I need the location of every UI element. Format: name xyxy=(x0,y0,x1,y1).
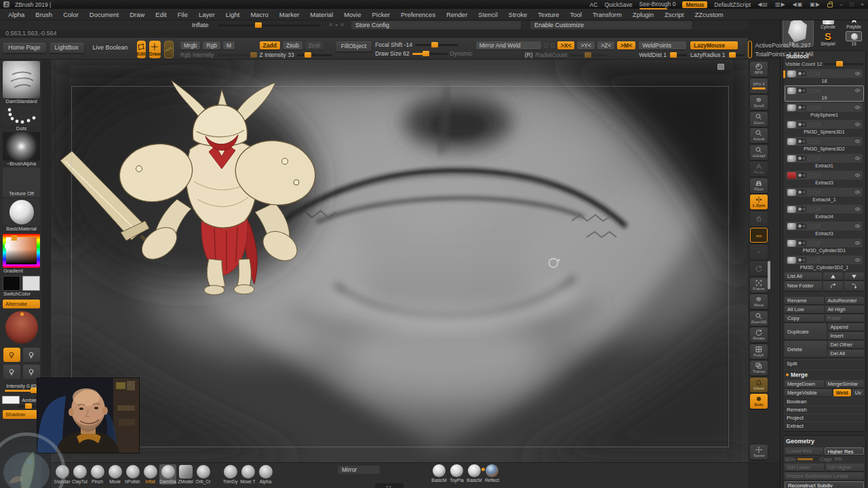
brush-item[interactable]: Inflat xyxy=(142,464,159,485)
radial-label[interactable]: (R) xyxy=(525,52,533,58)
mirror-option-icon[interactable] xyxy=(544,43,548,47)
lower-res-button[interactable]: Lower Res xyxy=(785,447,823,455)
geometry-header[interactable]: Geometry xyxy=(785,437,864,446)
subtool-option-icon[interactable] xyxy=(808,241,812,245)
section-header[interactable]: Boolean xyxy=(785,397,864,405)
move-to-folder-icon[interactable] xyxy=(823,281,843,291)
brush-item[interactable]: Alpha xyxy=(257,464,274,485)
brush-item[interactable]: Orb_Cr xyxy=(195,464,212,485)
move-out-folder-icon[interactable] xyxy=(844,281,864,291)
menu-item[interactable]: Preferences xyxy=(395,11,441,18)
symmetry-x-button[interactable]: >X< xyxy=(557,41,575,49)
y-axis-rotate-button[interactable]: Y xyxy=(750,245,768,260)
visibility-eye-icon[interactable] xyxy=(854,257,861,263)
draw-size-slider[interactable] xyxy=(412,53,448,55)
subtool-option-icon[interactable] xyxy=(813,89,817,93)
subtool-option-icon[interactable] xyxy=(813,258,817,262)
subtool-option-icon[interactable] xyxy=(813,157,817,161)
rotate-button[interactable]: Rotate xyxy=(750,327,768,342)
autoreorder-button[interactable]: AutoReorder xyxy=(825,297,865,304)
ghost-button[interactable]: Ghost xyxy=(750,378,768,392)
menu-item[interactable]: Document xyxy=(84,11,124,18)
subtool-paint-icons[interactable] xyxy=(797,88,806,93)
menu-item[interactable]: Color xyxy=(58,11,84,18)
copy-button[interactable]: Copy xyxy=(785,314,824,322)
zcut-button[interactable]: Zcut xyxy=(305,41,323,49)
visibility-eye-icon[interactable] xyxy=(854,189,861,195)
subtool-item[interactable]: Extract4_1 xyxy=(785,187,864,203)
aahalf-button[interactable]: AAHalf xyxy=(750,145,768,160)
menu-item[interactable]: Zscript xyxy=(659,11,690,18)
xpose-button[interactable]: Xpose xyxy=(750,445,768,460)
symmetry-y-button[interactable]: >Y< xyxy=(577,41,595,49)
visibility-eye-icon[interactable] xyxy=(854,155,861,161)
material-item[interactable]: BasicM xyxy=(466,464,483,483)
subtool-option-icon[interactable] xyxy=(813,241,817,245)
all-high-button[interactable]: All High xyxy=(825,306,865,313)
dynamesh-d-button[interactable]: D xyxy=(748,41,752,58)
subtool-paint-icons[interactable] xyxy=(797,258,806,262)
symmetry-m-button[interactable]: >M< xyxy=(617,41,635,49)
stroke-type-button[interactable] xyxy=(164,41,174,58)
weld-points-button[interactable]: WeldPoints xyxy=(639,41,686,49)
visibility-eye-icon[interactable] xyxy=(854,70,861,77)
subtool-option-icon[interactable] xyxy=(813,207,817,211)
material-item[interactable]: Reflect xyxy=(484,464,500,483)
radial-count-slider[interactable] xyxy=(570,54,608,56)
visibility-eye-icon[interactable] xyxy=(854,121,861,127)
split-section[interactable]: Split xyxy=(785,359,864,367)
secondary-color-swatch[interactable] xyxy=(22,276,40,291)
current-alpha-thumbnail[interactable] xyxy=(3,132,40,161)
subtool-option-icon[interactable] xyxy=(808,258,812,262)
z-intensity-slider[interactable] xyxy=(297,54,332,56)
zoom-button[interactable]: Zoom xyxy=(750,112,768,127)
visibility-eye-icon[interactable] xyxy=(854,223,861,229)
subtool-option-icon[interactable] xyxy=(808,140,812,144)
light-placement-sphere[interactable] xyxy=(5,311,38,344)
tray-collapse-right-icon[interactable]: ▥▶ xyxy=(775,1,786,7)
polyframe-button[interactable]: PolyF xyxy=(750,344,768,359)
merge-down-button[interactable]: MergeDown xyxy=(785,380,824,388)
subtool-paint-icons[interactable] xyxy=(797,190,806,195)
lazy-radius-slider[interactable] xyxy=(728,54,745,56)
current-material-thumbnail[interactable] xyxy=(3,199,40,226)
section-header[interactable]: Project xyxy=(785,413,864,421)
brush-item[interactable]: Pinch xyxy=(89,464,106,485)
menu-item[interactable]: Draw xyxy=(124,11,150,18)
ambient-color-swatch[interactable] xyxy=(2,396,20,404)
quicksave-button[interactable]: QuickSave xyxy=(604,1,632,8)
fill-object-button[interactable]: FillObject xyxy=(336,41,372,52)
restore-button[interactable]: □ xyxy=(850,1,854,7)
subtool-paint-icons[interactable] xyxy=(797,105,806,110)
light-4-toggle[interactable] xyxy=(23,365,40,379)
del-lower-button[interactable]: Del Lower xyxy=(785,464,824,471)
slider-mode-icons[interactable]: ⌗ ⁎ ⌗ xyxy=(330,22,344,28)
shadow-button[interactable]: Shadow xyxy=(3,410,40,419)
material-item[interactable]: ToyPla xyxy=(448,464,465,483)
lock-icon[interactable] xyxy=(827,3,833,7)
spin-rotate-button[interactable] xyxy=(750,261,768,276)
subtool-option-icon[interactable] xyxy=(813,174,817,178)
subtool-option-icon[interactable] xyxy=(808,224,812,228)
append-button[interactable]: Append xyxy=(828,323,865,331)
main-color-swatch[interactable] xyxy=(3,276,20,291)
subtool-paint-icons[interactable] xyxy=(797,156,806,161)
light-1-toggle[interactable] xyxy=(3,348,20,362)
brush-item[interactable]: TrimDy xyxy=(222,464,239,485)
subtool-paint-icons[interactable] xyxy=(797,207,806,211)
del-higher-button[interactable]: Del Higher xyxy=(825,464,865,471)
mirror-option-icon[interactable] xyxy=(551,43,555,47)
zadd-button[interactable]: Zadd xyxy=(260,41,280,49)
paste-button[interactable]: Paste xyxy=(825,314,865,322)
transparency-button[interactable]: Transp xyxy=(750,361,768,375)
subtool-item[interactable]: Extract4 xyxy=(785,204,864,220)
focal-shift-slider[interactable] xyxy=(415,44,458,46)
uv-button[interactable]: Uv xyxy=(852,389,864,396)
tray-collapse-left-icon[interactable]: ◀▤ xyxy=(757,1,768,7)
visibility-eye-icon[interactable] xyxy=(854,104,861,110)
doc-stack-left-icon[interactable]: ◀▣ xyxy=(793,1,804,7)
bpr-button[interactable]: BPR xyxy=(750,62,768,77)
brush-item[interactable]: DamSta xyxy=(159,464,176,485)
subtool-option-icon[interactable] xyxy=(813,224,817,228)
new-folder-button[interactable]: New Folder xyxy=(785,281,822,291)
